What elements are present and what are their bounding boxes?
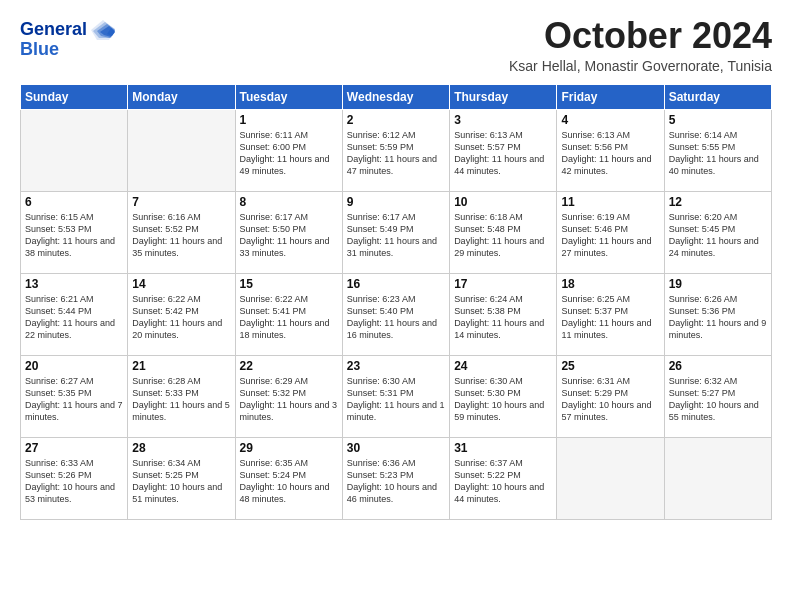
day-number: 25 [561, 359, 659, 373]
calendar-cell: 9Sunrise: 6:17 AMSunset: 5:49 PMDaylight… [342, 191, 449, 273]
day-number: 20 [25, 359, 123, 373]
logo-icon [89, 16, 117, 44]
cell-content: Sunrise: 6:24 AMSunset: 5:38 PMDaylight:… [454, 293, 552, 342]
calendar-cell: 29Sunrise: 6:35 AMSunset: 5:24 PMDayligh… [235, 437, 342, 519]
cell-content: Sunrise: 6:28 AMSunset: 5:33 PMDaylight:… [132, 375, 230, 424]
calendar-cell: 11Sunrise: 6:19 AMSunset: 5:46 PMDayligh… [557, 191, 664, 273]
calendar-cell: 20Sunrise: 6:27 AMSunset: 5:35 PMDayligh… [21, 355, 128, 437]
calendar: Sunday Monday Tuesday Wednesday Thursday… [20, 84, 772, 520]
cell-content: Sunrise: 6:22 AMSunset: 5:41 PMDaylight:… [240, 293, 338, 342]
calendar-cell: 28Sunrise: 6:34 AMSunset: 5:25 PMDayligh… [128, 437, 235, 519]
calendar-cell [128, 109, 235, 191]
cell-content: Sunrise: 6:11 AMSunset: 6:00 PMDaylight:… [240, 129, 338, 178]
day-number: 3 [454, 113, 552, 127]
logo-text-general: General [20, 20, 87, 40]
header-sunday: Sunday [21, 84, 128, 109]
cell-content: Sunrise: 6:35 AMSunset: 5:24 PMDaylight:… [240, 457, 338, 506]
calendar-cell: 19Sunrise: 6:26 AMSunset: 5:36 PMDayligh… [664, 273, 771, 355]
cell-content: Sunrise: 6:12 AMSunset: 5:59 PMDaylight:… [347, 129, 445, 178]
header-wednesday: Wednesday [342, 84, 449, 109]
cell-content: Sunrise: 6:23 AMSunset: 5:40 PMDaylight:… [347, 293, 445, 342]
calendar-cell: 8Sunrise: 6:17 AMSunset: 5:50 PMDaylight… [235, 191, 342, 273]
day-number: 18 [561, 277, 659, 291]
day-number: 27 [25, 441, 123, 455]
calendar-cell: 3Sunrise: 6:13 AMSunset: 5:57 PMDaylight… [450, 109, 557, 191]
day-number: 5 [669, 113, 767, 127]
calendar-cell: 27Sunrise: 6:33 AMSunset: 5:26 PMDayligh… [21, 437, 128, 519]
calendar-cell: 14Sunrise: 6:22 AMSunset: 5:42 PMDayligh… [128, 273, 235, 355]
calendar-cell: 16Sunrise: 6:23 AMSunset: 5:40 PMDayligh… [342, 273, 449, 355]
day-number: 30 [347, 441, 445, 455]
calendar-cell: 2Sunrise: 6:12 AMSunset: 5:59 PMDaylight… [342, 109, 449, 191]
calendar-cell: 1Sunrise: 6:11 AMSunset: 6:00 PMDaylight… [235, 109, 342, 191]
header-monday: Monday [128, 84, 235, 109]
day-number: 8 [240, 195, 338, 209]
day-number: 7 [132, 195, 230, 209]
cell-content: Sunrise: 6:33 AMSunset: 5:26 PMDaylight:… [25, 457, 123, 506]
calendar-week-row: 6Sunrise: 6:15 AMSunset: 5:53 PMDaylight… [21, 191, 772, 273]
header: General Blue October 2024 Ksar Hellal, M… [20, 16, 772, 74]
calendar-week-row: 27Sunrise: 6:33 AMSunset: 5:26 PMDayligh… [21, 437, 772, 519]
day-number: 22 [240, 359, 338, 373]
subtitle: Ksar Hellal, Monastir Governorate, Tunis… [509, 58, 772, 74]
calendar-cell: 13Sunrise: 6:21 AMSunset: 5:44 PMDayligh… [21, 273, 128, 355]
cell-content: Sunrise: 6:29 AMSunset: 5:32 PMDaylight:… [240, 375, 338, 424]
day-number: 23 [347, 359, 445, 373]
day-number: 2 [347, 113, 445, 127]
calendar-cell: 17Sunrise: 6:24 AMSunset: 5:38 PMDayligh… [450, 273, 557, 355]
cell-content: Sunrise: 6:17 AMSunset: 5:50 PMDaylight:… [240, 211, 338, 260]
calendar-cell: 22Sunrise: 6:29 AMSunset: 5:32 PMDayligh… [235, 355, 342, 437]
calendar-cell: 15Sunrise: 6:22 AMSunset: 5:41 PMDayligh… [235, 273, 342, 355]
logo: General Blue [20, 16, 117, 60]
calendar-cell: 5Sunrise: 6:14 AMSunset: 5:55 PMDaylight… [664, 109, 771, 191]
day-number: 26 [669, 359, 767, 373]
cell-content: Sunrise: 6:34 AMSunset: 5:25 PMDaylight:… [132, 457, 230, 506]
calendar-cell: 4Sunrise: 6:13 AMSunset: 5:56 PMDaylight… [557, 109, 664, 191]
day-number: 28 [132, 441, 230, 455]
calendar-cell: 25Sunrise: 6:31 AMSunset: 5:29 PMDayligh… [557, 355, 664, 437]
calendar-cell: 21Sunrise: 6:28 AMSunset: 5:33 PMDayligh… [128, 355, 235, 437]
calendar-cell: 23Sunrise: 6:30 AMSunset: 5:31 PMDayligh… [342, 355, 449, 437]
day-number: 13 [25, 277, 123, 291]
cell-content: Sunrise: 6:13 AMSunset: 5:57 PMDaylight:… [454, 129, 552, 178]
day-number: 17 [454, 277, 552, 291]
day-number: 16 [347, 277, 445, 291]
calendar-cell [664, 437, 771, 519]
cell-content: Sunrise: 6:36 AMSunset: 5:23 PMDaylight:… [347, 457, 445, 506]
calendar-cell [557, 437, 664, 519]
calendar-cell: 31Sunrise: 6:37 AMSunset: 5:22 PMDayligh… [450, 437, 557, 519]
header-tuesday: Tuesday [235, 84, 342, 109]
cell-content: Sunrise: 6:31 AMSunset: 5:29 PMDaylight:… [561, 375, 659, 424]
day-number: 11 [561, 195, 659, 209]
day-number: 31 [454, 441, 552, 455]
day-number: 15 [240, 277, 338, 291]
calendar-cell: 26Sunrise: 6:32 AMSunset: 5:27 PMDayligh… [664, 355, 771, 437]
cell-content: Sunrise: 6:26 AMSunset: 5:36 PMDaylight:… [669, 293, 767, 342]
cell-content: Sunrise: 6:17 AMSunset: 5:49 PMDaylight:… [347, 211, 445, 260]
calendar-cell: 6Sunrise: 6:15 AMSunset: 5:53 PMDaylight… [21, 191, 128, 273]
day-number: 6 [25, 195, 123, 209]
cell-content: Sunrise: 6:30 AMSunset: 5:31 PMDaylight:… [347, 375, 445, 424]
header-friday: Friday [557, 84, 664, 109]
header-saturday: Saturday [664, 84, 771, 109]
calendar-cell: 12Sunrise: 6:20 AMSunset: 5:45 PMDayligh… [664, 191, 771, 273]
cell-content: Sunrise: 6:16 AMSunset: 5:52 PMDaylight:… [132, 211, 230, 260]
cell-content: Sunrise: 6:20 AMSunset: 5:45 PMDaylight:… [669, 211, 767, 260]
cell-content: Sunrise: 6:18 AMSunset: 5:48 PMDaylight:… [454, 211, 552, 260]
logo-text-blue: Blue [20, 40, 59, 60]
cell-content: Sunrise: 6:22 AMSunset: 5:42 PMDaylight:… [132, 293, 230, 342]
cell-content: Sunrise: 6:37 AMSunset: 5:22 PMDaylight:… [454, 457, 552, 506]
title-section: October 2024 Ksar Hellal, Monastir Gover… [509, 16, 772, 74]
calendar-header-row: Sunday Monday Tuesday Wednesday Thursday… [21, 84, 772, 109]
day-number: 4 [561, 113, 659, 127]
cell-content: Sunrise: 6:13 AMSunset: 5:56 PMDaylight:… [561, 129, 659, 178]
day-number: 19 [669, 277, 767, 291]
cell-content: Sunrise: 6:19 AMSunset: 5:46 PMDaylight:… [561, 211, 659, 260]
calendar-cell: 18Sunrise: 6:25 AMSunset: 5:37 PMDayligh… [557, 273, 664, 355]
calendar-cell [21, 109, 128, 191]
cell-content: Sunrise: 6:25 AMSunset: 5:37 PMDaylight:… [561, 293, 659, 342]
cell-content: Sunrise: 6:15 AMSunset: 5:53 PMDaylight:… [25, 211, 123, 260]
calendar-week-row: 13Sunrise: 6:21 AMSunset: 5:44 PMDayligh… [21, 273, 772, 355]
day-number: 14 [132, 277, 230, 291]
day-number: 1 [240, 113, 338, 127]
